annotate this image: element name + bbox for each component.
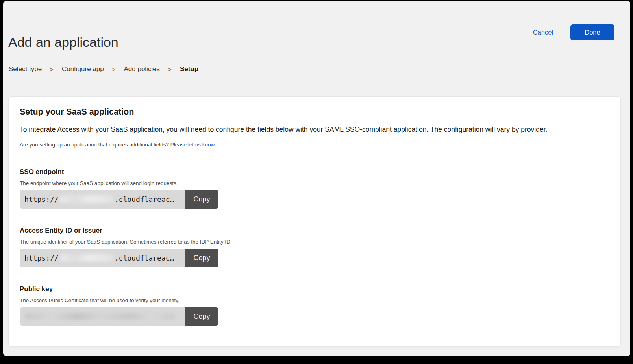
page: Add an application Cancel Done Select ty… bbox=[3, 1, 630, 356]
entity-id-field: https:// .cloudflareac… Copy bbox=[20, 249, 218, 267]
sso-endpoint-field: https:// .cloudflareac… Copy bbox=[20, 190, 218, 209]
public-key-copy-button[interactable]: Copy bbox=[185, 307, 218, 326]
public-key-value bbox=[20, 307, 185, 326]
card-note-text: Are you setting up an application that r… bbox=[20, 142, 188, 148]
public-key-label: Public key bbox=[20, 285, 609, 293]
breadcrumb-separator: > bbox=[50, 66, 54, 73]
sso-endpoint-label: SSO endpoint bbox=[20, 168, 609, 176]
card-title: Setup your SaaS application bbox=[20, 107, 609, 117]
setup-card: Setup your SaaS application To integrate… bbox=[8, 96, 621, 347]
url-suffix: .cloudflareac… bbox=[115, 254, 174, 262]
breadcrumb-separator: > bbox=[112, 66, 116, 73]
entity-id-copy-button[interactable]: Copy bbox=[185, 249, 218, 267]
page-title: Add an application bbox=[8, 35, 118, 50]
card-intro-text: To integrate Access with your SaaS appli… bbox=[20, 126, 609, 134]
public-key-section: Public key The Access Public Certificate… bbox=[20, 285, 609, 326]
entity-id-value: https:// .cloudflareac… bbox=[20, 249, 185, 267]
sso-endpoint-value: https:// .cloudflareac… bbox=[20, 190, 185, 209]
redacted-blur bbox=[59, 195, 114, 203]
sso-endpoint-description: The endpoint where your SaaS application… bbox=[20, 180, 609, 186]
public-key-field: Copy bbox=[20, 307, 218, 326]
sso-endpoint-section: SSO endpoint The endpoint where your Saa… bbox=[20, 168, 609, 209]
url-prefix: https:// bbox=[24, 254, 59, 262]
url-suffix: .cloudflareac… bbox=[115, 195, 174, 203]
redacted-blur bbox=[24, 313, 175, 320]
breadcrumb-step-setup: Setup bbox=[180, 65, 198, 73]
breadcrumb-separator: > bbox=[168, 66, 172, 73]
entity-id-description: The unique identifier of your SaaS appli… bbox=[20, 239, 609, 245]
entity-id-section: Access Entity ID or Issuer The unique id… bbox=[20, 227, 609, 267]
breadcrumb-step-select-type[interactable]: Select type bbox=[9, 65, 42, 73]
public-key-description: The Access Public Certificate that will … bbox=[20, 297, 609, 303]
done-button[interactable]: Done bbox=[570, 24, 614, 40]
let-us-know-link[interactable]: let us know. bbox=[188, 142, 216, 148]
entity-id-label: Access Entity ID or Issuer bbox=[20, 227, 609, 235]
breadcrumb: Select type > Configure app > Add polici… bbox=[9, 65, 198, 73]
card-note: Are you setting up an application that r… bbox=[20, 142, 609, 148]
sso-endpoint-copy-button[interactable]: Copy bbox=[185, 190, 218, 209]
redacted-blur bbox=[59, 254, 114, 262]
header-actions: Cancel Done bbox=[533, 24, 614, 40]
url-prefix: https:// bbox=[24, 195, 59, 203]
cancel-button[interactable]: Cancel bbox=[533, 24, 553, 40]
breadcrumb-step-add-policies[interactable]: Add policies bbox=[124, 65, 160, 73]
breadcrumb-step-configure-app[interactable]: Configure app bbox=[62, 65, 104, 73]
